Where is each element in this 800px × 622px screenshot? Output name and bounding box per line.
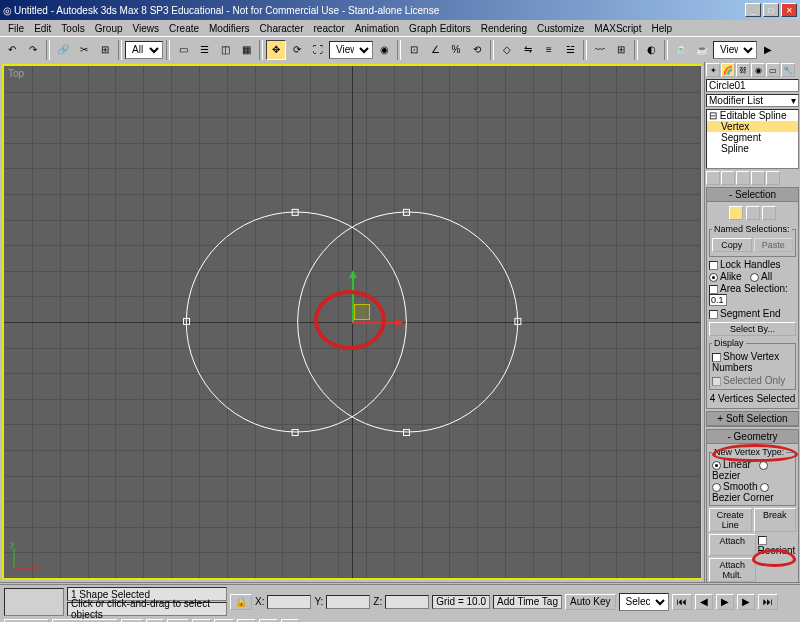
selected-only-check[interactable]: Selected Only (712, 374, 793, 387)
all-radio[interactable] (750, 273, 759, 282)
alike-radio[interactable] (709, 273, 718, 282)
rotate-button[interactable]: ⟳ (287, 40, 307, 60)
align-button[interactable]: ≡ (539, 40, 559, 60)
remove-modifier-button[interactable] (751, 171, 765, 185)
angle-snap[interactable]: ∠ (425, 40, 445, 60)
scale-button[interactable]: ⛶ (308, 40, 328, 60)
viewport-top[interactable]: Top // drawn via CSS below by generating… (2, 64, 702, 580)
auto-key-button[interactable]: Auto Key (565, 594, 616, 610)
bezier-radio[interactable] (759, 461, 768, 470)
segment-end-check[interactable]: Segment End (709, 307, 796, 320)
link-button[interactable]: 🔗 (53, 40, 73, 60)
stack-vertex[interactable]: Vertex (707, 121, 798, 132)
key-mode-dropdown[interactable]: Selected (619, 593, 669, 611)
pin-stack-button[interactable] (706, 171, 720, 185)
spinner-snap[interactable]: ⟲ (467, 40, 487, 60)
area-selection-spinner[interactable]: 0.1 (709, 294, 727, 306)
copy-button[interactable]: Copy (712, 238, 752, 252)
menu-help[interactable]: Help (646, 23, 677, 34)
smooth-radio[interactable] (712, 483, 721, 492)
prev-frame-button[interactable]: ◀ (695, 594, 713, 610)
ref-coord-system[interactable]: View (329, 41, 373, 59)
linear-radio[interactable] (712, 461, 721, 470)
y-field[interactable] (326, 595, 370, 609)
select-button[interactable]: ▭ (173, 40, 193, 60)
snap-toggle[interactable]: ⊡ (404, 40, 424, 60)
menu-reactor[interactable]: reactor (309, 23, 350, 34)
next-frame-button[interactable]: ▶ (737, 594, 755, 610)
modifier-stack[interactable]: ⊟ Editable Spline Vertex Segment Spline (706, 109, 799, 169)
segment-level-button[interactable] (746, 206, 760, 220)
mirror-button[interactable]: ⇋ (518, 40, 538, 60)
render-last-button[interactable]: ▶ (758, 40, 778, 60)
schematic-view-button[interactable]: ⊞ (611, 40, 631, 60)
unlink-button[interactable]: ✂ (74, 40, 94, 60)
named-sel-set[interactable]: ◇ (497, 40, 517, 60)
menu-animation[interactable]: Animation (350, 23, 404, 34)
stack-spline[interactable]: Spline (707, 143, 798, 154)
select-region-button[interactable]: ◫ (215, 40, 235, 60)
attach-button[interactable]: Attach (709, 534, 756, 556)
layers-button[interactable]: ☱ (560, 40, 580, 60)
menu-create[interactable]: Create (164, 23, 204, 34)
minimize-button[interactable]: _ (745, 3, 761, 17)
selection-filter[interactable]: All (125, 41, 163, 59)
add-time-tag[interactable]: Add Time Tag (493, 595, 562, 609)
goto-start-button[interactable]: ⏮ (672, 594, 692, 610)
menu-character[interactable]: Character (255, 23, 309, 34)
rollout-selection-header[interactable]: - Selection (707, 188, 798, 202)
spline-level-button[interactable] (762, 206, 776, 220)
tab-hierarchy[interactable]: ⛓ (736, 63, 750, 77)
modifier-list-dropdown[interactable]: Modifier List▾ (706, 94, 799, 107)
play-button[interactable]: ▶ (716, 594, 734, 610)
lock-selection-button[interactable]: 🔒 (230, 594, 252, 610)
close-button[interactable]: ✕ (781, 3, 797, 17)
tab-display[interactable]: ▭ (766, 63, 780, 77)
redo-button[interactable]: ↷ (23, 40, 43, 60)
render-scene-button[interactable]: 🍵 (671, 40, 691, 60)
move-button[interactable]: ✥ (266, 40, 286, 60)
curve-editor-button[interactable]: 〰 (590, 40, 610, 60)
menu-views[interactable]: Views (128, 23, 165, 34)
menu-customize[interactable]: Customize (532, 23, 589, 34)
reorient-check[interactable] (758, 536, 767, 545)
z-field[interactable] (385, 595, 429, 609)
paste-button[interactable]: Paste (754, 238, 794, 252)
menu-edit[interactable]: Edit (29, 23, 56, 34)
select-name-button[interactable]: ☰ (194, 40, 214, 60)
render-preset[interactable]: View (713, 41, 757, 59)
tab-modify[interactable]: 🌈 (721, 63, 735, 77)
mini-listener[interactable] (4, 588, 64, 616)
stack-segment[interactable]: Segment (707, 132, 798, 143)
menu-modifiers[interactable]: Modifiers (204, 23, 255, 34)
select-by-button[interactable]: Select By... (709, 322, 796, 336)
attach-mult-button[interactable]: Attach Mult. (709, 558, 756, 582)
pivot-button[interactable]: ◉ (374, 40, 394, 60)
maximize-button[interactable]: □ (763, 3, 779, 17)
rollout-soft-selection-header[interactable]: + Soft Selection (707, 412, 798, 426)
make-unique-button[interactable] (736, 171, 750, 185)
break-button[interactable]: Break (754, 508, 797, 532)
vertex-level-button[interactable] (729, 206, 743, 220)
undo-button[interactable]: ↶ (2, 40, 22, 60)
tab-utilities[interactable]: 🔧 (781, 63, 795, 77)
tab-motion[interactable]: ◉ (751, 63, 765, 77)
area-selection-check[interactable]: Area Selection: 0.1 (709, 282, 796, 307)
create-line-button[interactable]: Create Line (709, 508, 752, 532)
menu-maxscript[interactable]: MAXScript (589, 23, 646, 34)
menu-rendering[interactable]: Rendering (476, 23, 532, 34)
show-vertex-numbers-check[interactable]: Show Vertex Numbers (712, 350, 793, 374)
goto-end-button[interactable]: ⏭ (758, 594, 778, 610)
menu-group[interactable]: Group (90, 23, 128, 34)
menu-file[interactable]: File (3, 23, 29, 34)
bind-button[interactable]: ⊞ (95, 40, 115, 60)
percent-snap[interactable]: % (446, 40, 466, 60)
rollout-geometry-header[interactable]: - Geometry (707, 430, 798, 444)
material-editor-button[interactable]: ◐ (641, 40, 661, 60)
window-crossing-button[interactable]: ▦ (236, 40, 256, 60)
tab-create[interactable]: ✦ (706, 63, 720, 77)
stack-root[interactable]: ⊟ Editable Spline (707, 110, 798, 121)
configure-sets-button[interactable] (766, 171, 780, 185)
show-end-result-button[interactable] (721, 171, 735, 185)
lock-handles-check[interactable]: Lock Handles (709, 258, 796, 271)
